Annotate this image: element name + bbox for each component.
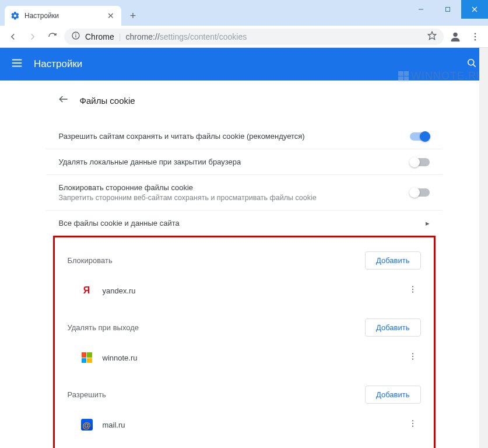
site-row-mail[interactable]: @ mail.ru xyxy=(61,410,428,440)
toggle-block3p-switch[interactable] xyxy=(410,188,430,197)
scrollbar[interactable] xyxy=(479,48,488,448)
svg-point-18 xyxy=(412,286,413,287)
all-cookies-link[interactable]: Все файлы cookie и данные сайта ▸ xyxy=(46,210,443,236)
window-controls xyxy=(408,0,488,19)
svg-point-8 xyxy=(453,32,457,36)
yandex-favicon-icon: Я xyxy=(80,284,93,297)
bookmark-star-icon[interactable] xyxy=(427,31,437,42)
watermark: WINNOTE.RU xyxy=(398,70,485,82)
svg-point-24 xyxy=(412,420,413,421)
site-name: winnote.ru xyxy=(103,354,395,362)
toggle-clear-switch[interactable] xyxy=(410,158,430,166)
svg-marker-7 xyxy=(428,32,436,39)
address-bar[interactable]: Chrome | chrome://settings/content/cooki… xyxy=(64,29,444,45)
site-row-winnote[interactable]: winnote.ru xyxy=(61,342,428,373)
omnibox-scheme: chrome:// xyxy=(125,32,159,41)
more-menu-icon[interactable] xyxy=(405,348,421,367)
toggle-allow-switch[interactable] xyxy=(410,132,430,141)
panel-header: Файлы cookie xyxy=(46,85,443,124)
svg-point-19 xyxy=(412,289,413,290)
forward-button[interactable] xyxy=(24,29,41,45)
minimize-button[interactable] xyxy=(408,0,434,19)
more-menu-icon[interactable] xyxy=(405,415,421,434)
highlight-box: Блокировать Добавить Я yandex.ru Удалять… xyxy=(53,236,436,448)
content-area: Файлы cookie Разрешить сайтам сохранять … xyxy=(0,80,488,448)
clear-on-exit-section: Удалять при выходе Добавить winnote.ru xyxy=(55,309,434,376)
site-name: yandex.ru xyxy=(103,286,395,295)
cookies-panel: Файлы cookie Разрешить сайтам сохранять … xyxy=(46,85,443,448)
svg-rect-6 xyxy=(75,35,76,37)
chevron-right-icon: ▸ xyxy=(426,219,430,228)
toggle-block3p-sublabel: Запретить сторонним веб-сайтам сохранять… xyxy=(59,194,317,202)
back-arrow-icon[interactable] xyxy=(58,93,69,107)
browser-tab-settings[interactable]: Настройки ✕ xyxy=(5,6,121,26)
svg-point-15 xyxy=(468,60,474,65)
toggle-block-third-party[interactable]: Блокировать сторонние файлы cookie Запре… xyxy=(46,174,443,210)
more-menu-icon[interactable] xyxy=(405,281,421,300)
settings-title: Настройки xyxy=(34,58,82,70)
svg-point-11 xyxy=(475,38,476,40)
menu-button[interactable] xyxy=(467,29,483,45)
svg-point-25 xyxy=(412,423,413,424)
svg-point-26 xyxy=(412,426,413,427)
toggle-block3p-label: Блокировать сторонние файлы cookie xyxy=(59,183,317,192)
block-section-title: Блокировать xyxy=(68,256,113,265)
allow-section-title: Разрешить xyxy=(68,390,106,399)
window-titlebar: Настройки ✕ + xyxy=(0,0,488,26)
svg-point-23 xyxy=(412,359,413,360)
add-block-button[interactable]: Добавить xyxy=(365,251,420,270)
page-title: Файлы cookie xyxy=(80,96,135,106)
svg-point-22 xyxy=(412,356,413,357)
close-window-button[interactable] xyxy=(461,0,488,19)
site-name: mail.ru xyxy=(103,421,395,429)
tab-close-icon[interactable]: ✕ xyxy=(106,10,115,22)
svg-point-10 xyxy=(475,36,476,37)
profile-avatar[interactable] xyxy=(447,29,464,45)
toggle-allow-cookies[interactable]: Разрешить сайтам сохранять и читать файл… xyxy=(46,124,443,149)
tab-strip: Настройки ✕ + xyxy=(0,0,141,26)
watermark-logo-icon xyxy=(398,71,409,82)
toggle-allow-label: Разрешить сайтам сохранять и читать файл… xyxy=(59,132,305,141)
toggle-clear-on-exit[interactable]: Удалять локальные данные при закрытии бр… xyxy=(46,149,443,174)
block-section: Блокировать Добавить Я yandex.ru xyxy=(55,242,434,309)
omnibox-label: Chrome xyxy=(85,32,114,41)
svg-point-9 xyxy=(475,33,476,34)
toggle-clear-label: Удалять локальные данные при закрытии бр… xyxy=(59,158,241,166)
allow-section: Разрешить Добавить @ mail.ru xyxy=(55,376,434,443)
svg-rect-1 xyxy=(446,8,450,12)
maximize-button[interactable] xyxy=(434,0,461,19)
back-button[interactable] xyxy=(5,29,21,45)
menu-icon[interactable] xyxy=(10,57,23,72)
svg-point-20 xyxy=(412,292,413,293)
tab-title: Настройки xyxy=(24,12,101,20)
add-clear-button[interactable]: Добавить xyxy=(365,318,420,337)
svg-point-21 xyxy=(412,353,413,354)
search-icon[interactable] xyxy=(466,57,478,71)
new-tab-button[interactable]: + xyxy=(125,8,141,24)
add-allow-button[interactable]: Добавить xyxy=(365,386,420,404)
site-info-icon[interactable] xyxy=(71,31,80,42)
site-row-yandex[interactable]: Я yandex.ru xyxy=(61,275,428,306)
omnibox-path: settings/content/cookies xyxy=(160,32,247,41)
mailru-favicon-icon: @ xyxy=(80,418,93,431)
browser-toolbar: Chrome | chrome://settings/content/cooki… xyxy=(0,26,488,48)
svg-point-5 xyxy=(75,34,76,35)
gear-icon xyxy=(10,11,20,20)
windows-favicon-icon xyxy=(80,351,93,364)
reload-button[interactable] xyxy=(44,29,61,45)
clear-section-title: Удалять при выходе xyxy=(68,323,139,332)
all-cookies-label: Все файлы cookie и данные сайта xyxy=(59,219,180,228)
svg-line-16 xyxy=(473,65,476,67)
